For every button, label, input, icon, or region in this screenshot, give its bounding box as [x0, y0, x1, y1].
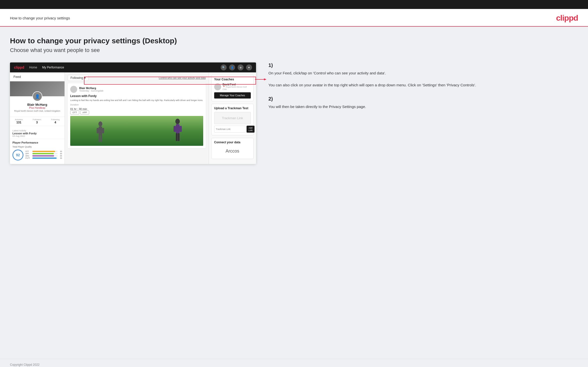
add-link-button[interactable]: Add Link	[247, 126, 255, 133]
article-title: How to change your privacy settings (Des…	[10, 37, 578, 45]
page-title: How to change your privacy settings	[10, 16, 70, 20]
app-screenshot-wrapper: clippd Home My Performance 🔍 👤 ⊕ ▼ Feed	[10, 62, 256, 164]
trackman-placeholder: Trackman Link	[214, 112, 251, 124]
bar-ott-track	[32, 151, 58, 152]
lesson-duration-label: Duration	[70, 104, 203, 106]
svg-rect-10	[176, 133, 178, 141]
instruction-1-number: 1)	[268, 62, 576, 68]
app-nav: clippd Home My Performance 🔍 👤 ⊕ ▼	[10, 62, 256, 72]
stat-activities-value: 131	[15, 121, 23, 124]
bar-arg-fill	[32, 155, 54, 157]
instruction-2-number: 2)	[268, 96, 576, 102]
tpq-content: 92 OTT 90	[12, 150, 62, 160]
arccos-label: Arccos	[214, 146, 251, 156]
instructions-panel: 1) On your Feed, click/tap on 'Control w…	[266, 62, 578, 118]
coaches-section: Your Coaches David Ford 📍 Royal North De…	[211, 75, 254, 101]
instruction-1: 1) On your Feed, click/tap on 'Control w…	[268, 62, 576, 88]
following-label: Following	[70, 76, 83, 80]
player-performance: Player Performance Total Player Quality …	[10, 139, 65, 162]
bar-ott: OTT 90	[25, 151, 62, 152]
stat-activities: Activities 131	[15, 118, 23, 124]
coach-name: David Ford	[223, 83, 251, 86]
instruction-2: 2) You will then be taken directly to th…	[268, 96, 576, 110]
tag-app: APP	[80, 110, 89, 114]
profile-cover: 👤	[10, 81, 65, 96]
bar-ott-label: OTT	[25, 151, 31, 152]
tpq-label: Total Player Quality	[12, 146, 62, 148]
coach-info: David Ford 📍 Royal North Devon Golf Club	[223, 83, 251, 90]
coach-avatar	[214, 83, 221, 90]
pin-icon: 📍	[223, 86, 225, 88]
bar-app-label: APP	[25, 153, 31, 155]
app-body: Feed 👤 Blair McHarg Plus Handicap Royal …	[10, 72, 256, 164]
profile-name: Blair McHarg	[12, 103, 62, 106]
bar-putt-track	[32, 157, 58, 159]
nav-my-performance[interactable]: My Performance	[42, 66, 64, 69]
stat-following: Following 4	[51, 118, 60, 124]
svg-rect-11	[178, 133, 180, 141]
nav-icons: 🔍 👤 ⊕ ▼	[221, 64, 252, 70]
coach-item: David Ford 📍 Royal North Devon Golf Club	[214, 83, 251, 90]
lesson-card: Blair McHarg Yesterday · Sunningdale Les…	[68, 83, 206, 148]
stat-following-value: 4	[51, 121, 60, 124]
profile-section: 👤 Blair McHarg Plus Handicap Royal North…	[10, 81, 65, 139]
stat-activities-label: Activities	[15, 118, 23, 121]
feed-tab[interactable]: Feed	[10, 72, 65, 81]
bar-arg-label: ARG	[25, 155, 31, 157]
svg-rect-5	[101, 135, 102, 142]
following-button[interactable]: Following ▾	[68, 75, 88, 81]
lesson-user-info: Blair McHarg Yesterday · Sunningdale	[79, 87, 103, 92]
lesson-duration-value: 01 hr : 30 min	[70, 107, 203, 110]
copyright-text: Copyright Clippd 2022	[10, 363, 40, 367]
bar-app-track	[32, 153, 58, 154]
svg-rect-3	[102, 128, 104, 133]
connect-title: Connect your data	[214, 141, 251, 144]
bar-arg-track	[32, 155, 58, 157]
arrow-line-icon	[255, 77, 266, 82]
tpq-score: 92	[12, 150, 23, 160]
stat-followers: Followers 3	[33, 118, 41, 124]
svg-rect-9	[180, 126, 182, 132]
latest-activity: Latest Activity Lesson with Fordy 03 Aug…	[10, 128, 65, 139]
trackman-input-row: Add Link	[214, 126, 251, 133]
bar-putt: PUTT 96	[25, 157, 62, 159]
svg-rect-2	[97, 128, 99, 133]
tag-ott: OTT	[70, 110, 79, 114]
avatar-icon[interactable]: ▼	[246, 64, 252, 70]
instruction-2-text: You will then be taken directly to the P…	[268, 104, 576, 110]
app-right-sidebar: Your Coaches David Ford 📍 Royal North De…	[209, 72, 256, 164]
profile-stats: Activities 131 Followers 3 Following 4	[10, 117, 65, 126]
stat-followers-label: Followers	[33, 118, 41, 121]
bar-app-value: 85	[59, 153, 62, 155]
trackman-input[interactable]	[214, 126, 246, 133]
search-icon[interactable]: 🔍	[221, 64, 227, 70]
bar-ott-value: 90	[59, 151, 62, 152]
nav-home[interactable]: Home	[29, 66, 37, 69]
content-layout: clippd Home My Performance 🔍 👤 ⊕ ▼ Feed	[10, 62, 578, 164]
svg-rect-1	[99, 126, 102, 135]
user-icon[interactable]: 👤	[229, 64, 235, 70]
bar-arg-value: 86	[59, 155, 62, 157]
feed-header: Following ▾ Control who can see your act…	[68, 75, 206, 81]
profile-avatar: 👤	[32, 91, 42, 101]
connect-section: Connect your data Arccos	[211, 138, 254, 159]
privacy-link[interactable]: Control who can see your activity and da…	[159, 77, 205, 79]
tpq-bars: OTT 90 APP	[25, 151, 62, 159]
app-feed: Following ▾ Control who can see your act…	[65, 72, 209, 164]
lesson-user-avatar	[70, 86, 77, 93]
article-subtitle: Choose what you want people to see	[10, 47, 578, 53]
golfer-right-icon	[171, 118, 185, 146]
site-footer: Copyright Clippd 2022	[0, 359, 588, 367]
top-bar	[0, 0, 588, 9]
settings-icon[interactable]: ⊕	[238, 64, 244, 70]
bar-arg: ARG 86	[25, 155, 62, 157]
lesson-tags: OTT APP	[70, 110, 203, 114]
duration-label: Duration	[70, 104, 79, 106]
manage-coaches-button[interactable]: Manage Your Coaches	[214, 92, 251, 99]
bar-putt-value: 96	[59, 157, 62, 159]
stat-following-label: Following	[51, 118, 60, 121]
clippd-logo: clippd	[556, 13, 578, 23]
instruction-1-text: On your Feed, click/tap on 'Control who …	[268, 70, 576, 88]
svg-point-0	[98, 121, 102, 126]
lesson-desc: Looking to feel like my hands are exitin…	[70, 99, 203, 102]
